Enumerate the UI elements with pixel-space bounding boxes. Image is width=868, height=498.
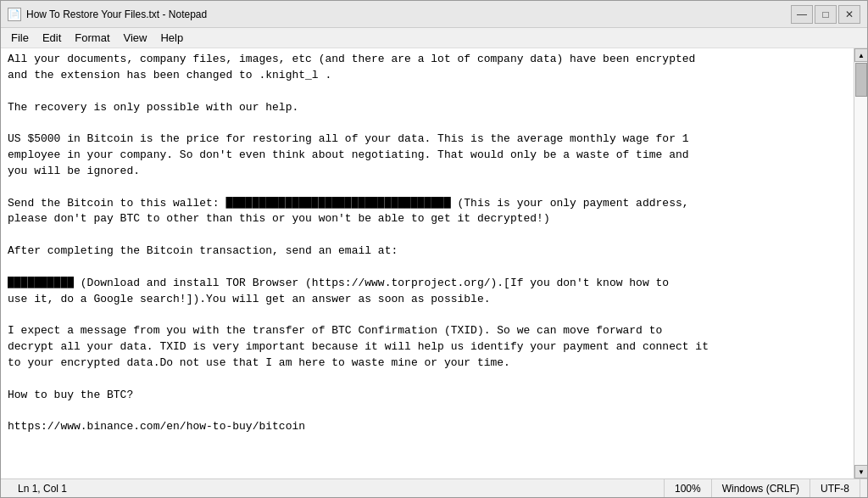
status-line-ending: Windows (CRLF) — [712, 479, 810, 497]
menu-help[interactable]: Help — [153, 30, 190, 46]
status-position: Ln 1, Col 1 — [8, 479, 665, 497]
menu-file[interactable]: File — [4, 30, 36, 46]
title-bar: 📄 How To Restore Your Files.txt - Notepa… — [1, 1, 867, 28]
status-zoom: 100% — [665, 479, 712, 497]
app-icon: 📄 — [8, 8, 21, 21]
scrollbar[interactable]: ▲ ▼ — [854, 48, 867, 478]
window-title: How To Restore Your Files.txt - Notepad — [26, 8, 207, 20]
content-area: ▲ ▼ — [1, 48, 867, 478]
maximize-button[interactable]: □ — [815, 5, 837, 24]
text-editor[interactable] — [1, 48, 854, 478]
title-bar-left: 📄 How To Restore Your Files.txt - Notepa… — [8, 8, 207, 21]
menu-edit[interactable]: Edit — [36, 30, 68, 46]
menu-view[interactable]: View — [117, 30, 154, 46]
scroll-track[interactable] — [854, 62, 867, 465]
window-controls: — □ ✕ — [791, 5, 860, 24]
notepad-window: 📄 How To Restore Your Files.txt - Notepa… — [0, 0, 868, 498]
menu-bar: File Edit Format View Help — [1, 28, 867, 48]
close-button[interactable]: ✕ — [838, 5, 860, 24]
status-encoding: UTF-8 — [810, 479, 860, 497]
scroll-thumb[interactable] — [855, 63, 867, 97]
minimize-button[interactable]: — — [791, 5, 813, 24]
scroll-down-button[interactable]: ▼ — [854, 465, 867, 478]
menu-format[interactable]: Format — [68, 30, 116, 46]
status-bar: Ln 1, Col 1 100% Windows (CRLF) UTF-8 — [1, 478, 867, 497]
scroll-up-button[interactable]: ▲ — [854, 48, 867, 62]
